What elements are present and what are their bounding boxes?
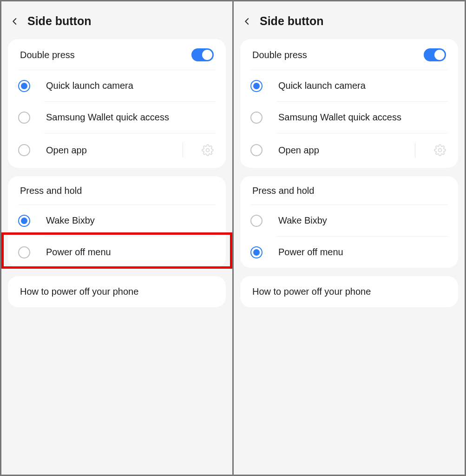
double-press-header: Double press bbox=[250, 39, 448, 70]
radio-icon bbox=[18, 144, 30, 156]
svg-point-1 bbox=[439, 149, 442, 152]
header: Side button bbox=[234, 1, 465, 39]
radio-power-off-menu[interactable]: Power off menu bbox=[276, 237, 448, 268]
radio-icon bbox=[18, 215, 30, 227]
double-press-toggle[interactable] bbox=[191, 48, 214, 61]
radio-icon bbox=[250, 80, 263, 92]
radio-quick-launch-camera[interactable]: Quick launch camera bbox=[276, 70, 448, 102]
radio-label: Quick launch camera bbox=[46, 80, 214, 91]
screen-right: Side button Double press Quick launch ca… bbox=[234, 1, 465, 475]
radio-open-app[interactable]: Open app bbox=[276, 133, 448, 168]
radio-samsung-wallet[interactable]: Samsung Wallet quick access bbox=[276, 102, 448, 133]
radio-label: Wake Bixby bbox=[278, 215, 446, 226]
screen-left: Side button Double press Quick launch ca… bbox=[1, 1, 232, 475]
double-press-card: Double press Quick launch camera Samsung… bbox=[8, 39, 226, 168]
press-hold-header: Press and hold bbox=[250, 176, 448, 205]
radio-label: Samsung Wallet quick access bbox=[46, 112, 214, 123]
radio-icon bbox=[250, 144, 263, 156]
press-hold-card: Press and hold Wake Bixby Power off menu bbox=[8, 176, 226, 268]
radio-open-app[interactable]: Open app bbox=[44, 133, 216, 168]
radio-wake-bixby[interactable]: Wake Bixby bbox=[276, 205, 448, 237]
radio-label: Power off menu bbox=[46, 247, 214, 258]
radio-label: Open app bbox=[278, 145, 401, 156]
howto-label: How to power off your phone bbox=[20, 286, 138, 297]
radio-label: Open app bbox=[46, 145, 169, 156]
radio-label: Quick launch camera bbox=[278, 80, 446, 91]
double-press-label: Double press bbox=[20, 50, 75, 60]
gear-icon[interactable] bbox=[202, 144, 214, 156]
radio-samsung-wallet[interactable]: Samsung Wallet quick access bbox=[44, 102, 216, 133]
page-title: Side button bbox=[27, 14, 91, 28]
radio-icon bbox=[250, 112, 263, 124]
press-hold-card: Press and hold Wake Bixby Power off menu bbox=[240, 176, 458, 268]
double-press-toggle[interactable] bbox=[424, 48, 446, 61]
press-hold-label: Press and hold bbox=[20, 185, 82, 196]
radio-icon bbox=[18, 80, 30, 92]
radio-power-off-menu[interactable]: Power off menu bbox=[44, 237, 216, 268]
gear-icon[interactable] bbox=[434, 144, 446, 156]
radio-icon bbox=[18, 246, 30, 258]
svg-point-0 bbox=[206, 149, 210, 152]
double-press-header: Double press bbox=[18, 39, 216, 70]
page-title: Side button bbox=[260, 14, 323, 28]
howto-card[interactable]: How to power off your phone bbox=[8, 276, 226, 307]
radio-label: Power off menu bbox=[278, 247, 446, 258]
radio-label: Wake Bixby bbox=[46, 215, 214, 226]
double-press-label: Double press bbox=[252, 50, 307, 60]
radio-icon bbox=[250, 246, 263, 258]
divider bbox=[415, 143, 415, 158]
header: Side button bbox=[1, 1, 232, 39]
radio-quick-launch-camera[interactable]: Quick launch camera bbox=[44, 70, 216, 102]
divider bbox=[183, 143, 183, 158]
back-icon[interactable] bbox=[243, 15, 251, 28]
double-press-card: Double press Quick launch camera Samsung… bbox=[240, 39, 458, 168]
press-hold-header: Press and hold bbox=[18, 176, 216, 205]
radio-icon bbox=[250, 215, 263, 227]
howto-label: How to power off your phone bbox=[252, 286, 371, 297]
radio-icon bbox=[18, 112, 30, 124]
back-icon[interactable] bbox=[11, 15, 19, 28]
howto-card[interactable]: How to power off your phone bbox=[240, 276, 458, 307]
radio-wake-bixby[interactable]: Wake Bixby bbox=[44, 205, 216, 237]
radio-label: Samsung Wallet quick access bbox=[278, 112, 446, 123]
press-hold-label: Press and hold bbox=[252, 185, 314, 196]
